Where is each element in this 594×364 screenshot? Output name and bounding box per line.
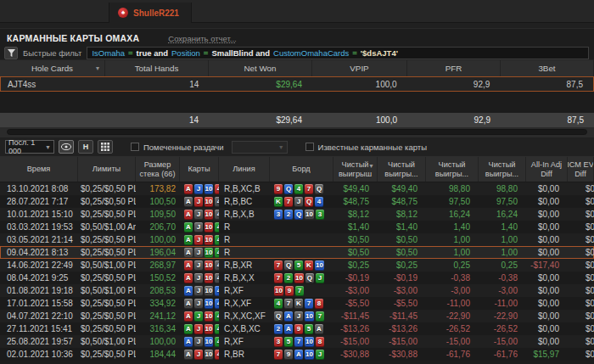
- card-As: A: [184, 350, 193, 360]
- known-cards-checkbox[interactable]: [305, 143, 314, 151]
- num-cell: -$5,50: [333, 297, 378, 310]
- hand-row[interactable]: 10.01.2021 15:10$0,25/$0,50 PL O109,50AJ…: [0, 208, 594, 221]
- hand-row[interactable]: 13.10.2021 8:08$0,25/$0,50 PL O173,82AJ1…: [0, 182, 594, 195]
- card-10h: 10: [205, 197, 213, 207]
- filter-token-op: =: [128, 48, 133, 58]
- replayer-eye-button[interactable]: [59, 140, 74, 154]
- horizontal-scrollbar[interactable]: [0, 127, 594, 137]
- num-cell: -$15,00: [378, 335, 426, 348]
- filter-funnel-icon[interactable]: [4, 47, 18, 59]
- board-cards: QAJ107: [270, 310, 333, 322]
- num-cell: 98,80: [479, 182, 526, 195]
- card-10s: 10: [205, 350, 213, 360]
- column-label: Total Hands: [135, 64, 179, 73]
- hand-row[interactable]: 08.04.2021 9:25$0,25/$0,50 PL O150,52AJ1…: [0, 272, 594, 284]
- card-Ah: A: [184, 311, 193, 322]
- hands-col-header[interactable]: Линия: [219, 157, 270, 182]
- totals-cell: 92,9: [407, 115, 501, 125]
- summary-col-header-pfr[interactable]: PFR: [407, 60, 501, 76]
- hand-row[interactable]: 27.11.2021 15:41$0,25/$0,50 PL O316,34AJ…: [0, 322, 594, 335]
- hands-col-header[interactable]: Борд: [270, 157, 333, 182]
- hand-row[interactable]: 14.06.2021 22:49$0,50/$1,00 PL O268,97AJ…: [0, 259, 594, 272]
- card-10h: 10: [205, 210, 213, 220]
- grid-view-button[interactable]: [98, 140, 113, 154]
- hand-row[interactable]: 04.07.2021 22:10$0,25/$0,50 PL O241,12AJ…: [0, 310, 594, 322]
- filter-expression-input[interactable]: IsOmaha=true andPosition=SmallBlind andC…: [87, 47, 589, 59]
- hands-col-header[interactable]: Чистыйвыигрыш▼: [333, 157, 378, 182]
- summary-col-header-net-won[interactable]: Net Won: [209, 60, 312, 76]
- last-hands-select[interactable]: Посл. 1 000 ▼: [5, 140, 54, 154]
- icm-ev-diff-cell: $0,00: [568, 335, 594, 348]
- column-label: Размер: [144, 160, 171, 170]
- column-label: All-In Adj: [531, 160, 562, 170]
- num-cell: -$0,19: [378, 272, 426, 284]
- line-cell: R,B,XC,B: [219, 182, 270, 195]
- board-cards: [270, 233, 333, 246]
- hands-col-header[interactable]: Чистыйвыигры...: [479, 157, 526, 182]
- hand-row[interactable]: 28.07.2021 7:17$0,25/$0,50 PL O100,50AJ1…: [0, 195, 594, 208]
- card-Ac: A: [184, 235, 193, 245]
- num-cell: $0,00: [526, 182, 568, 195]
- card-10d: 10: [305, 337, 314, 347]
- marked-hands-checkbox[interactable]: [131, 143, 139, 151]
- hand-row[interactable]: 25.08.2021 19:57$0,50/$1,00 PL O100,00AJ…: [0, 335, 594, 348]
- time-cell: 08.04.2021 9:25: [0, 272, 78, 284]
- card-Ad: A: [284, 311, 293, 322]
- hands-col-header[interactable]: Лимиты: [78, 157, 136, 182]
- marked-hands-dropdown[interactable]: ▼: [232, 141, 288, 154]
- chevron-down-icon[interactable]: ▾: [96, 64, 99, 72]
- num-cell: -11,00: [426, 297, 479, 310]
- summary-col-header-3bet[interactable]: 3Bet: [501, 60, 594, 76]
- summary-col-header-vpip[interactable]: VPIP: [312, 60, 407, 76]
- card-10d: 10: [205, 184, 213, 194]
- filter-token-field: CustomOmahaCards: [273, 48, 349, 58]
- card-4d: 4: [315, 197, 323, 207]
- num-cell: $0,50: [378, 246, 426, 259]
- hand-row[interactable]: 03.05.2021 21:14$0,25/$0,50 PL O100,00AJ…: [0, 233, 594, 246]
- card-Js: J: [194, 273, 203, 283]
- card-10h: 10: [205, 273, 213, 283]
- card-As: A: [184, 299, 193, 309]
- card-9h: 9: [285, 286, 294, 296]
- card-10h: 10: [294, 273, 304, 283]
- num-cell: 1,40: [426, 221, 479, 233]
- num-cell: $15,97: [526, 348, 568, 361]
- hole-cards: AJ104: [180, 310, 219, 322]
- summary-col-header-total-hands[interactable]: Total Hands: [105, 60, 209, 76]
- hands-col-header[interactable]: ICM EVDiff: [568, 157, 594, 182]
- board-cards: 9Q47Q: [270, 182, 333, 195]
- hands-col-header[interactable]: Чистыйвыигры...: [426, 157, 479, 182]
- hand-row[interactable]: 01.08.2021 19:18$0,50/$1,00 PL O208,53AJ…: [0, 284, 594, 297]
- hand-row[interactable]: 17.01.2021 15:58$0,25/$0,50 PL O334,92AJ…: [0, 297, 594, 310]
- num-cell: -$11,45: [333, 310, 378, 322]
- sort-desc-icon: ▼: [368, 161, 374, 171]
- card-10h: 10: [205, 311, 213, 322]
- stack-cell: 184,44: [136, 348, 180, 361]
- scrollbar-thumb[interactable]: [7, 129, 587, 135]
- hand-row[interactable]: 02.01.2021 10:36$0,25/$0,50 PL O184,44AJ…: [0, 348, 594, 361]
- hands-col-header[interactable]: Чистыйвыигры...: [378, 157, 426, 182]
- icm-value: $0,00: [568, 182, 594, 195]
- column-label: выигры...: [435, 170, 468, 179]
- hand-row[interactable]: 09.04.2021 8:13$0,25/$0,50 PL O196,04AJ1…: [0, 246, 594, 259]
- num-cell: $0,50: [378, 233, 426, 246]
- card-Jc: J: [316, 273, 324, 283]
- hands-col-header[interactable]: Время: [0, 157, 78, 182]
- column-label: Чистый: [342, 160, 369, 170]
- h-button[interactable]: H: [78, 140, 93, 154]
- player-tab[interactable]: ♠ ShulleR221: [109, 3, 192, 23]
- summary-table-row[interactable]: AJT4ss14$29,64100,092,987,5: [0, 76, 594, 92]
- card-As: A: [184, 248, 193, 258]
- hands-col-header[interactable]: Карты: [180, 157, 219, 182]
- board-cards: K7JQ4: [270, 195, 333, 208]
- hands-col-header[interactable]: All-In AdjDiff: [526, 157, 568, 182]
- board-cards: 2A95A: [270, 322, 333, 335]
- num-cell: 1,40: [479, 221, 526, 233]
- hands-col-header[interactable]: Размерстека (66): [136, 157, 180, 182]
- line-cell: R,X,XF: [219, 297, 270, 310]
- num-cell: -$30,88: [378, 348, 426, 361]
- save-report-link[interactable]: Сохранить отчет...: [168, 34, 236, 43]
- summary-col-header-hole-cards[interactable]: Hole Cards▾: [0, 60, 105, 76]
- card-10d: 10: [315, 260, 324, 271]
- hand-row[interactable]: 03.03.2021 19:53$0,50/$1,00 Ante206,70AJ…: [0, 221, 594, 233]
